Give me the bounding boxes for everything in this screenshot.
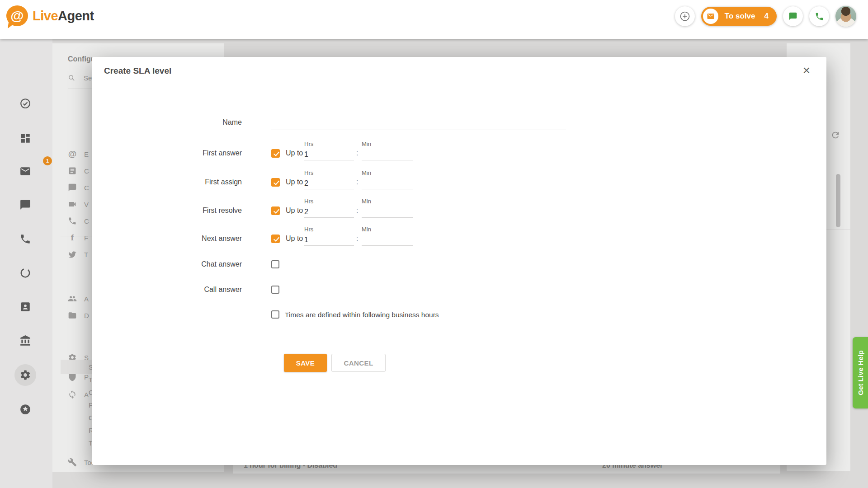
save-button[interactable]: SAVE [284, 354, 327, 372]
colon-separator: : [356, 235, 358, 243]
user-avatar[interactable] [835, 6, 856, 27]
first-assign-checkbox[interactable] [271, 178, 280, 187]
next-answer-hrs-input[interactable] [304, 234, 354, 246]
next-answer-checkbox[interactable] [271, 235, 280, 243]
colon-separator: : [356, 149, 358, 157]
logo-bubble-icon: @ [6, 5, 28, 26]
upto-label: Up to [286, 206, 303, 215]
hrs-field: Hrs [304, 198, 354, 218]
colon-separator: : [356, 178, 358, 186]
first-assign-row: First assign Up to Hrs : Min [92, 169, 826, 190]
hrs-label: Hrs [304, 169, 354, 178]
close-icon[interactable]: × [798, 62, 815, 79]
min-field: Min [362, 198, 413, 218]
business-hours-label: Times are defined within following busin… [285, 311, 439, 319]
next-answer-row: Next answer Up to Hrs : Min [92, 226, 826, 247]
min-label: Min [362, 198, 413, 206]
calls-button[interactable] [809, 6, 829, 26]
hrs-label: Hrs [304, 198, 354, 206]
get-live-help-label: Get Live Help [857, 350, 864, 395]
hrs-field: Hrs [304, 141, 354, 160]
chat-answer-checkbox[interactable] [271, 260, 279, 268]
first-answer-row: First answer Up to Hrs : Min [92, 141, 826, 161]
row-label: Call answer [136, 286, 242, 294]
name-row: Name [92, 111, 826, 132]
phone-icon [815, 12, 824, 21]
liveagent-logo[interactable]: @ LiveAgent [6, 5, 94, 26]
first-resolve-min-input[interactable] [362, 206, 413, 218]
upto-label: Up to [286, 235, 303, 243]
row-label: First answer [136, 149, 242, 157]
min-label: Min [362, 169, 413, 178]
upto-label: Up to [286, 178, 303, 186]
first-answer-min-input[interactable] [362, 149, 413, 160]
top-header: @ LiveAgent To solve 4 [0, 0, 868, 39]
header-actions: To solve 4 [675, 6, 856, 27]
business-hours-row: Times are defined within following busin… [92, 309, 826, 323]
first-answer-checkbox[interactable] [271, 149, 280, 158]
app-root: 1 Configu [0, 0, 868, 488]
min-field: Min [362, 169, 413, 189]
next-answer-min-input[interactable] [362, 234, 413, 246]
hrs-label: Hrs [304, 141, 354, 149]
create-sla-level-modal: Create SLA level × Name First answer Up … [92, 57, 826, 465]
first-resolve-hrs-input[interactable] [304, 206, 354, 218]
first-assign-min-input[interactable] [362, 178, 413, 189]
row-label: First assign [136, 178, 242, 186]
chat-bubble-icon [788, 12, 797, 21]
plus-circle-icon [679, 11, 690, 22]
row-label: Next answer [136, 235, 242, 243]
business-hours-checkbox[interactable] [271, 310, 279, 319]
hrs-label: Hrs [304, 226, 354, 234]
cancel-button[interactable]: CANCEL [331, 354, 386, 372]
envelope-icon [703, 9, 718, 24]
hrs-field: Hrs [304, 169, 354, 189]
call-answer-row: Call answer [92, 281, 826, 299]
row-label: First resolve [136, 206, 242, 215]
to-solve-label: To solve [725, 12, 755, 21]
name-input[interactable] [271, 118, 566, 130]
name-label: Name [136, 118, 242, 127]
upto-label: Up to [286, 149, 303, 157]
get-live-help-tab[interactable]: Get Live Help [853, 337, 868, 408]
call-answer-checkbox[interactable] [271, 286, 279, 294]
min-field: Min [362, 141, 413, 160]
chats-button[interactable] [783, 6, 803, 26]
min-label: Min [362, 226, 413, 234]
first-answer-hrs-input[interactable] [304, 149, 354, 160]
modal-buttons: SAVE CANCEL [92, 354, 826, 372]
row-label: Chat answer [136, 260, 242, 268]
min-label: Min [362, 141, 413, 149]
first-resolve-checkbox[interactable] [271, 206, 280, 215]
add-button[interactable] [675, 6, 695, 26]
colon-separator: : [356, 206, 358, 215]
logo-text: LiveAgent [33, 9, 94, 23]
chat-answer-row: Chat answer [92, 256, 826, 274]
modal-title: Create SLA level [104, 66, 171, 76]
to-solve-count: 4 [764, 12, 769, 21]
min-field: Min [362, 226, 413, 246]
to-solve-button[interactable]: To solve 4 [701, 7, 777, 26]
first-assign-hrs-input[interactable] [304, 178, 354, 189]
hrs-field: Hrs [304, 226, 354, 246]
first-resolve-row: First resolve Up to Hrs : Min [92, 198, 826, 219]
